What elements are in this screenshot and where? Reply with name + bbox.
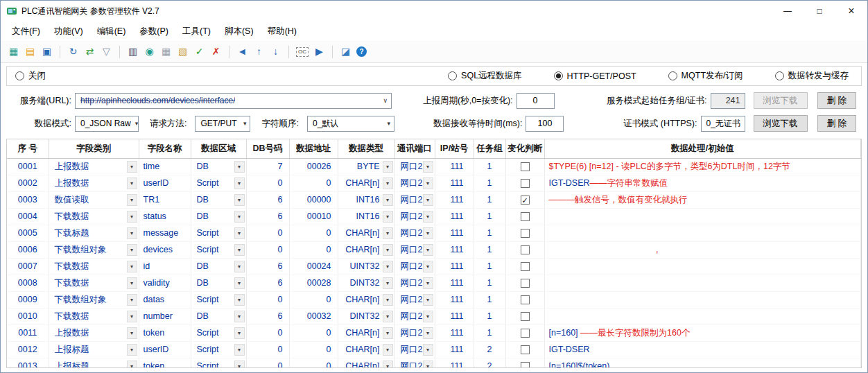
db-number-cell[interactable]: 0 <box>246 358 289 368</box>
browse-download-button-top[interactable]: 浏览下载 <box>754 92 808 109</box>
menu-item-4[interactable]: 工具(T) <box>175 23 218 40</box>
comm-port-select[interactable]: 网口2▾ <box>394 175 435 191</box>
maximize-button[interactable]: □ <box>804 1 835 21</box>
data-process-cell[interactable]: IGT-DSER——字符串常数赋值 <box>544 175 861 191</box>
data-mode-select[interactable]: 0_JSON Raw ▾ <box>75 116 139 132</box>
change-checkbox[interactable] <box>521 162 530 171</box>
comm-port-select[interactable]: 网口2▾ <box>394 324 435 341</box>
data-region-select[interactable]: Script▾ <box>191 175 246 191</box>
dropdown-arrow-icon[interactable]: ▾ <box>383 327 393 339</box>
data-process-cell[interactable] <box>544 225 861 241</box>
change-checkbox[interactable] <box>521 262 530 271</box>
ocr-icon[interactable]: OC <box>296 47 309 57</box>
table-row[interactable]: 0005下载标题▾messageScript▾00CHAR[n]▾网口2▾111… <box>7 225 861 241</box>
request-method-select[interactable]: GET/PUT ▾ <box>195 116 250 132</box>
save-icon[interactable]: ▣ <box>41 46 53 58</box>
dropdown-arrow-icon[interactable]: ▾ <box>127 211 137 223</box>
comm-port-select[interactable]: 网口2▾ <box>394 358 435 368</box>
data-address-cell[interactable]: 0 <box>289 291 338 308</box>
field-category-select[interactable]: 上报标题▾ <box>49 341 139 358</box>
table-row[interactable]: 0002上报数据▾userIDScript▾00CHAR[n]▾网口2▾1111… <box>7 175 861 191</box>
menu-item-6[interactable]: 帮助(H) <box>261 23 304 40</box>
ip-station-cell[interactable]: 111 <box>435 241 474 258</box>
task-group-cell[interactable]: 1 <box>474 324 505 341</box>
field-category-select[interactable]: 下载数据▾ <box>49 258 139 275</box>
dropdown-arrow-icon[interactable]: ▾ <box>127 194 137 206</box>
field-category-select[interactable]: 下载标题▾ <box>49 225 139 241</box>
data-address-cell[interactable]: 0 <box>289 225 338 241</box>
data-address-cell[interactable]: 00026 <box>289 158 338 175</box>
image-icon[interactable]: ◪ <box>340 46 351 58</box>
field-name-cell[interactable]: devices <box>139 241 191 258</box>
receive-wait-input[interactable]: 100 <box>526 116 564 132</box>
column-header[interactable]: 任务组 <box>474 139 505 158</box>
data-region-select[interactable]: DB▾ <box>191 208 246 225</box>
data-type-select[interactable]: INT16▾ <box>338 191 394 208</box>
field-name-cell[interactable]: userID <box>139 341 191 358</box>
cancel-x-icon[interactable]: ✗ <box>210 46 222 58</box>
field-name-cell[interactable]: message <box>139 225 191 241</box>
ip-station-cell[interactable]: 111 <box>435 175 474 191</box>
data-process-cell[interactable]: IGT-DSER <box>544 341 861 358</box>
data-process-cell[interactable] <box>544 275 861 291</box>
transfer-icon[interactable]: ⇄ <box>84 46 96 58</box>
data-address-cell[interactable]: 0 <box>289 341 338 358</box>
dropdown-arrow-icon[interactable]: ▾ <box>234 327 245 339</box>
db-number-cell[interactable]: 0 <box>246 291 289 308</box>
dropdown-arrow-icon[interactable]: ▾ <box>423 344 433 356</box>
ip-station-cell[interactable]: 111 <box>435 275 474 291</box>
data-region-select[interactable]: Script▾ <box>191 241 246 258</box>
data-type-select[interactable]: DINT32▾ <box>338 275 394 291</box>
data-address-cell[interactable]: 00032 <box>289 308 338 324</box>
dropdown-arrow-icon[interactable]: ▾ <box>383 227 393 239</box>
dropdown-arrow-icon[interactable]: ▾ <box>383 361 393 369</box>
comm-port-select[interactable]: 网口2▾ <box>394 341 435 358</box>
dropdown-arrow-icon[interactable]: ▾ <box>423 311 433 322</box>
change-checkbox[interactable] <box>521 179 530 188</box>
minimize-button[interactable]: — <box>772 1 804 21</box>
db-number-cell[interactable]: 0 <box>246 225 289 241</box>
dropdown-arrow-icon[interactable]: ▾ <box>383 261 393 272</box>
dropdown-arrow-icon[interactable]: ▾ <box>383 244 393 256</box>
task-group-cell[interactable]: 2 <box>474 341 505 358</box>
dropdown-arrow-icon[interactable]: ▾ <box>423 244 433 256</box>
comm-port-select[interactable]: 网口2▾ <box>394 275 435 291</box>
field-category-select[interactable]: 下载数据▾ <box>49 308 139 324</box>
arrow-down-icon[interactable]: ↓ <box>270 46 281 58</box>
data-address-cell[interactable]: 00024 <box>289 258 338 275</box>
report-period-input[interactable]: 0 <box>517 93 555 109</box>
task-group-cell[interactable]: 1 <box>474 241 505 258</box>
byte-order-select[interactable]: 0_默认 ▾ <box>307 116 394 132</box>
dropdown-arrow-icon[interactable]: ▾ <box>234 261 245 272</box>
table-row[interactable]: 0012上报标题▾userIDScript▾00CHAR[n]▾网口2▾1112… <box>7 341 861 358</box>
dropdown-arrow-icon[interactable]: ▾ <box>127 294 137 306</box>
dropdown-arrow-icon[interactable]: ▾ <box>234 344 245 356</box>
dropdown-arrow-icon[interactable]: ▾ <box>383 344 393 356</box>
data-region-select[interactable]: DB▾ <box>191 158 246 175</box>
task-group-cell[interactable]: 1 <box>474 308 505 324</box>
dropdown-arrow-icon[interactable]: ▾ <box>234 294 245 306</box>
column-header[interactable]: 数据地址 <box>289 139 338 158</box>
mode-radio-forward-cache[interactable]: 数据转发与缓存 <box>775 70 849 82</box>
task-group-cell[interactable]: 2 <box>474 358 505 368</box>
table-row[interactable]: 0011上报数据▾tokenScript▾00CHAR[n]▾网口2▾1111[… <box>7 324 861 341</box>
dropdown-arrow-icon[interactable]: ▾ <box>234 311 245 322</box>
data-type-select[interactable]: CHAR[n]▾ <box>338 175 394 191</box>
ip-station-cell[interactable]: 111 <box>435 291 474 308</box>
comm-port-select[interactable]: 网口2▾ <box>394 241 435 258</box>
dropdown-arrow-icon[interactable]: ▾ <box>423 177 433 189</box>
refresh-icon[interactable]: ↻ <box>67 46 79 58</box>
table-row[interactable]: 0008下载数据▾validityDB▾600028DINT32▾网口2▾111… <box>7 275 861 291</box>
change-checkbox[interactable] <box>521 362 530 368</box>
dropdown-arrow-icon[interactable]: ▾ <box>423 277 433 289</box>
comm-port-select[interactable]: 网口2▾ <box>394 291 435 308</box>
change-checkbox[interactable] <box>521 279 530 288</box>
dropdown-arrow-icon[interactable]: ▾ <box>383 177 393 189</box>
ip-station-cell[interactable]: 111 <box>435 208 474 225</box>
data-type-select[interactable]: CHAR[n]▾ <box>338 241 394 258</box>
dropdown-arrow-icon[interactable]: ▾ <box>423 227 433 239</box>
data-type-select[interactable]: CHAR[n]▾ <box>338 341 394 358</box>
field-name-cell[interactable]: token <box>139 358 191 368</box>
task-group-cell[interactable]: 1 <box>474 225 505 241</box>
menu-item-1[interactable]: 功能(V) <box>47 23 90 40</box>
